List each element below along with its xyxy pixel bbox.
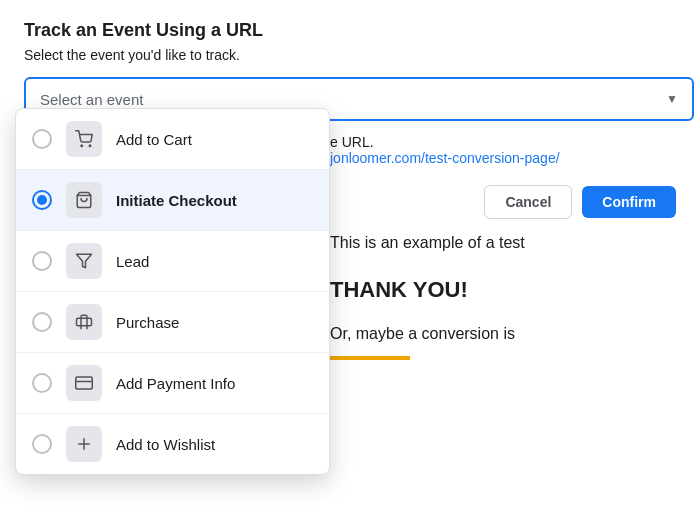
url-value: jonloomer.com/test-conversion-page/ <box>330 150 560 166</box>
dropdown-item-purchase[interactable]: Purchase <box>16 292 329 353</box>
select-box-text: Select an event <box>40 91 143 108</box>
action-buttons: Cancel Confirm <box>484 185 676 219</box>
radio-add-payment-info <box>32 373 52 393</box>
dropdown-item-add-payment-info[interactable]: Add Payment Info <box>16 353 329 414</box>
radio-purchase <box>32 312 52 332</box>
dropdown-item-add-to-cart[interactable]: Add to Cart <box>16 109 329 170</box>
svg-rect-4 <box>76 377 93 389</box>
radio-add-to-wishlist <box>32 434 52 454</box>
svg-marker-3 <box>77 254 92 268</box>
content-area: This is an example of a test THANK YOU! … <box>330 230 700 360</box>
url-section: e URL. jonloomer.com/test-conversion-pag… <box>330 130 560 166</box>
content-line-1: This is an example of a test <box>330 230 700 256</box>
label-initiate-checkout: Initiate Checkout <box>116 192 237 209</box>
main-panel: Track an Event Using a URL Select the ev… <box>0 0 700 513</box>
dropdown-item-lead[interactable]: Lead <box>16 231 329 292</box>
icon-lead <box>66 243 102 279</box>
svg-point-0 <box>81 145 83 147</box>
dialog-subtitle: Select the event you'd like to track. <box>24 47 676 63</box>
svg-point-1 <box>89 145 91 147</box>
cancel-button[interactable]: Cancel <box>484 185 572 219</box>
chevron-down-icon: ▼ <box>666 92 678 106</box>
label-lead: Lead <box>116 253 149 270</box>
radio-add-to-cart <box>32 129 52 149</box>
confirm-button[interactable]: Confirm <box>582 186 676 218</box>
conversion-line: Or, maybe a conversion is <box>330 321 700 347</box>
dialog-title: Track an Event Using a URL <box>24 20 676 41</box>
icon-purchase <box>66 304 102 340</box>
icon-initiate-checkout <box>66 182 102 218</box>
thank-you-heading: THANK YOU! <box>330 272 700 307</box>
radio-initiate-checkout <box>32 190 52 210</box>
label-add-to-cart: Add to Cart <box>116 131 192 148</box>
dropdown-item-initiate-checkout[interactable]: Initiate Checkout <box>16 170 329 231</box>
url-label: e URL. <box>330 134 560 150</box>
event-dropdown: Add to CartInitiate CheckoutLeadPurchase… <box>15 108 330 475</box>
icon-add-to-wishlist <box>66 426 102 462</box>
label-add-to-wishlist: Add to Wishlist <box>116 436 215 453</box>
label-add-payment-info: Add Payment Info <box>116 375 235 392</box>
dropdown-item-add-to-wishlist[interactable]: Add to Wishlist <box>16 414 329 474</box>
label-purchase: Purchase <box>116 314 179 331</box>
icon-add-payment-info <box>66 365 102 401</box>
icon-add-to-cart <box>66 121 102 157</box>
orange-bar <box>330 356 410 360</box>
radio-lead <box>32 251 52 271</box>
